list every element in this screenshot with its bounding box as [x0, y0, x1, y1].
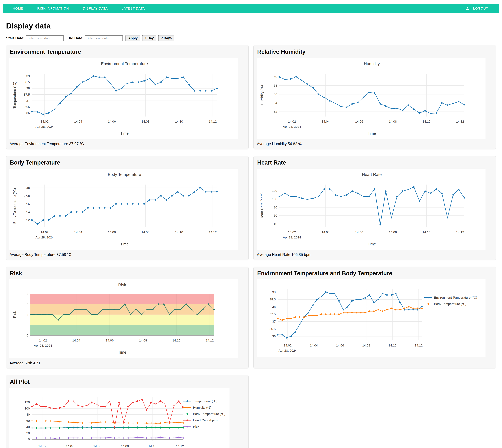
- svg-text:120: 120: [272, 189, 277, 192]
- svg-text:14:02: 14:02: [41, 120, 49, 123]
- navbar: HOME RISK INFOMATION DISPLAY DATA LATEST…: [3, 4, 499, 13]
- panel-risk: Risk 0246814:02Apr 28, 202414:0414:0614:…: [6, 267, 249, 368]
- svg-text:37.4: 37.4: [24, 210, 30, 214]
- svg-text:14:12: 14:12: [176, 444, 184, 448]
- panel-title: Heart Rate: [257, 159, 493, 166]
- env-temp-chart[interactable]: 3636.53737.53838.53914:02Apr 28, 202414:…: [9, 58, 238, 139]
- panel-title: Body Temperature: [10, 159, 245, 166]
- svg-text:37: 37: [272, 320, 276, 323]
- svg-text:14:12: 14:12: [209, 230, 217, 234]
- nav-item-latest-data[interactable]: LATEST DATA: [122, 6, 145, 10]
- nav-item-home[interactable]: HOME: [13, 6, 23, 10]
- svg-text:36: 36: [272, 335, 276, 338]
- svg-text:Apr 28, 2024: Apr 28, 2024: [283, 125, 301, 128]
- svg-text:Environment Temperature: Environment Temperature: [101, 62, 148, 66]
- svg-text:36: 36: [26, 111, 30, 115]
- svg-text:14:04: 14:04: [310, 344, 318, 347]
- start-date-label: Start Date:: [6, 36, 24, 40]
- svg-text:Humidity (%): Humidity (%): [193, 406, 211, 409]
- body-temp-chart[interactable]: 37.237.437.637.83814:02Apr 28, 202414:04…: [9, 169, 238, 250]
- svg-text:80: 80: [274, 206, 277, 209]
- svg-text:38.5: 38.5: [270, 298, 276, 301]
- svg-text:38.5: 38.5: [24, 80, 30, 84]
- svg-text:Body Temperature (°C): Body Temperature (°C): [193, 412, 226, 416]
- start-date-input[interactable]: [26, 35, 64, 41]
- svg-text:14:10: 14:10: [148, 444, 156, 448]
- svg-text:14:10: 14:10: [388, 344, 396, 347]
- seven-days-button[interactable]: 7 Days: [158, 35, 174, 41]
- svg-text:14:08: 14:08: [121, 444, 129, 448]
- svg-text:14:02: 14:02: [41, 230, 49, 234]
- average-environment-temperature: Average Environment Temperature 37.97 °C: [10, 142, 245, 146]
- svg-text:14:10: 14:10: [423, 120, 430, 123]
- svg-text:14:02: 14:02: [38, 444, 46, 448]
- nav-item-risk-infomation[interactable]: RISK INFOMATION: [37, 6, 69, 10]
- svg-text:40: 40: [26, 425, 30, 429]
- svg-text:Humidity (%): Humidity (%): [260, 85, 264, 105]
- svg-text:Risk: Risk: [118, 283, 126, 287]
- svg-text:100: 100: [25, 407, 30, 410]
- apply-button[interactable]: Apply: [125, 35, 140, 41]
- svg-text:14:02: 14:02: [288, 230, 296, 234]
- svg-text:Risk: Risk: [193, 425, 199, 428]
- svg-text:14:06: 14:06: [355, 120, 363, 123]
- svg-text:Temperature (°C): Temperature (°C): [13, 82, 17, 109]
- average-body-temperature: Average Body Temperature 37.58 °C: [10, 252, 245, 257]
- svg-text:0: 0: [28, 438, 30, 441]
- svg-text:60: 60: [274, 75, 277, 79]
- svg-text:14:10: 14:10: [175, 120, 183, 123]
- one-day-button[interactable]: 1 Day: [142, 35, 156, 41]
- svg-text:38: 38: [26, 86, 30, 90]
- humidity-chart[interactable]: 525456586014:02Apr 28, 202414:0414:0614:…: [257, 58, 486, 139]
- svg-text:54: 54: [274, 101, 277, 105]
- svg-text:14:12: 14:12: [209, 120, 217, 123]
- average-humidity: Average Humidity 54.82 %: [257, 142, 493, 146]
- svg-text:58: 58: [274, 84, 277, 87]
- svg-text:14:10: 14:10: [172, 339, 181, 342]
- svg-text:40: 40: [274, 222, 277, 225]
- svg-text:Apr 28, 2024: Apr 28, 2024: [279, 349, 297, 352]
- svg-text:Risk: Risk: [13, 311, 17, 318]
- svg-text:14:06: 14:06: [108, 120, 116, 123]
- svg-text:6: 6: [27, 303, 28, 306]
- svg-text:14:08: 14:08: [141, 120, 150, 123]
- env-body-temp-chart[interactable]: 3636.53737.53838.53914:02Apr 28, 202414:…: [257, 279, 486, 357]
- svg-text:14:06: 14:06: [336, 344, 344, 347]
- heart-rate-chart[interactable]: 40608010012014:02Apr 28, 202414:0414:061…: [257, 169, 486, 250]
- svg-text:100: 100: [272, 197, 277, 201]
- risk-chart[interactable]: 0246814:02Apr 28, 202414:0414:0614:0814:…: [9, 279, 238, 358]
- svg-text:Time: Time: [120, 131, 129, 135]
- nav-item-display-data[interactable]: DISPLAY DATA: [83, 6, 108, 10]
- svg-text:Body Temperature (°C): Body Temperature (°C): [13, 188, 17, 224]
- logout-button[interactable]: LOGOUT: [466, 6, 499, 10]
- svg-text:14:04: 14:04: [321, 120, 330, 123]
- panel-environment-temperature: Environment Temperature 3636.53737.53838…: [6, 45, 249, 149]
- average-heart-rate: Average Heart Rate 106.85 bpm: [257, 252, 493, 257]
- svg-text:14:06: 14:06: [108, 230, 116, 234]
- svg-text:Temperature (°C): Temperature (°C): [193, 399, 217, 403]
- panel-env-and-body-temperature: Environment Temperature and Body Tempera…: [253, 267, 496, 368]
- svg-text:14:06: 14:06: [106, 339, 114, 342]
- svg-text:39: 39: [272, 290, 276, 294]
- svg-text:60: 60: [26, 419, 30, 422]
- svg-text:8: 8: [27, 292, 28, 295]
- svg-text:56: 56: [274, 92, 277, 96]
- svg-text:14:12: 14:12: [456, 120, 464, 123]
- svg-text:14:04: 14:04: [74, 120, 82, 123]
- svg-text:Time: Time: [118, 350, 126, 354]
- svg-text:60: 60: [274, 214, 277, 217]
- end-date-input[interactable]: [85, 35, 123, 41]
- svg-text:Body Temperature: Body Temperature: [108, 172, 141, 177]
- svg-text:80: 80: [26, 413, 30, 416]
- svg-text:20: 20: [26, 431, 30, 435]
- svg-text:14:04: 14:04: [321, 230, 330, 234]
- panel-all-plot: All Plot 02040608010012014:02Apr 28, 202…: [6, 375, 249, 448]
- svg-text:14:08: 14:08: [389, 230, 397, 234]
- svg-text:14:08: 14:08: [141, 230, 150, 234]
- svg-text:0: 0: [27, 334, 28, 337]
- svg-text:37.6: 37.6: [24, 202, 30, 206]
- all-plot-chart[interactable]: 02040608010012014:02Apr 28, 202414:0414:…: [9, 388, 229, 448]
- svg-text:38: 38: [272, 305, 276, 308]
- svg-text:Apr 28, 2024: Apr 28, 2024: [35, 125, 54, 128]
- svg-text:14:06: 14:06: [93, 444, 101, 448]
